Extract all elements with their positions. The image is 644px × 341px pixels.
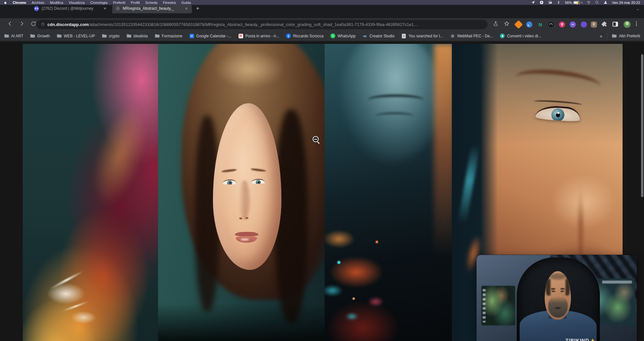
presenter-hair-side <box>546 279 551 295</box>
dark-circle-extension-icon[interactable]: ◠ <box>548 21 554 28</box>
new-tab-button[interactable]: + <box>196 6 199 11</box>
bookmark-facebook-profile[interactable]: f Riccardo Scrocca <box>286 33 324 39</box>
apple-menu-icon[interactable] <box>4 1 7 5</box>
user-switch-icon[interactable] <box>603 0 608 5</box>
url-domain: cdn.discordapp.com <box>47 22 89 27</box>
menu-bar-clock[interactable]: Ven 24 mar 20:22 <box>612 1 640 5</box>
side-panel-icon[interactable] <box>613 22 618 27</box>
tab-discord[interactable]: (2762) Discord | @Midjourney ✕ <box>31 4 110 13</box>
menu-finestra[interactable]: Finestra <box>163 1 176 5</box>
white-paint-streak <box>49 270 84 290</box>
menu-profili[interactable]: Profili <box>131 1 140 5</box>
eyelid-arc <box>376 112 414 120</box>
menu-scheda[interactable]: Scheda <box>145 1 157 5</box>
back-button[interactable] <box>7 21 13 28</box>
tab-image-title: MRregista_Abstract_beauty._ <box>123 6 182 11</box>
menu-visualizza[interactable]: Visualizza <box>69 1 85 5</box>
location-icon[interactable] <box>531 0 535 5</box>
tab-image-active[interactable]: MRregista_Abstract_beauty._ ✕ <box>112 4 192 13</box>
other-bookmarks-folder[interactable]: Altri Preferiti <box>612 33 640 39</box>
bookmark-label: Converti i video di... <box>507 34 541 38</box>
orange-rim-light <box>434 44 452 282</box>
forward-button[interactable] <box>19 21 25 28</box>
tab-search-chevron-icon[interactable]: ⌄ <box>636 6 639 11</box>
portrait-upper-lip <box>235 232 258 236</box>
webmail-icon: @ <box>450 34 455 38</box>
folder-icon <box>155 33 160 39</box>
bookmark-creator-studio[interactable]: ∞ Creator Studio <box>362 33 394 39</box>
blue-feather-extension-icon[interactable]: 〟 <box>526 21 532 28</box>
share-icon[interactable] <box>493 21 499 28</box>
menu-modifica[interactable]: Modifica <box>50 1 63 5</box>
bookmark-star-icon[interactable] <box>504 21 510 28</box>
lock-icon[interactable] <box>41 22 45 28</box>
menu-preferiti[interactable]: Preferiti <box>113 1 125 5</box>
bookmark-folder-idealista[interactable]: idealista <box>126 33 148 39</box>
video-converter-icon <box>500 33 505 38</box>
bookmark-label: Growth <box>37 34 50 38</box>
bookmark-video-converter[interactable]: Converti i video di... <box>500 33 541 39</box>
orange-bokeh-dot <box>353 297 355 300</box>
cheek-highlight <box>551 175 616 230</box>
wifi-icon[interactable] <box>587 0 591 5</box>
artwork-panel-abstract-fluid <box>23 44 158 341</box>
bookmark-whatsapp[interactable]: WhatsApp <box>330 33 355 39</box>
bookmark-folder-crypto[interactable]: crypto <box>102 33 120 39</box>
presenter-eyebrow <box>551 288 555 290</box>
webcam-overlay <box>477 255 637 341</box>
folder-icon <box>56 33 62 39</box>
bookmark-label: Google Calendar -... <box>196 34 231 38</box>
bookmark-folder-growth[interactable]: Growth <box>30 33 50 39</box>
tab-image-close-icon[interactable]: ✕ <box>184 6 189 11</box>
battery-indicator[interactable]: 56% ⚡ <box>565 1 582 5</box>
presenter-eye <box>560 290 564 292</box>
menu-archivio[interactable]: Archivio <box>32 1 44 5</box>
menu-chrome[interactable]: Chrome <box>13 1 26 5</box>
portrait-nose-shadow <box>239 181 250 220</box>
bookmark-google-calendar[interactable]: 31 Google Calendar -... <box>189 33 231 39</box>
globe-favicon <box>116 6 120 11</box>
screen: Chrome Archivio Modifica Visualizza Cron… <box>0 0 644 341</box>
bookmark-gmail-inbox[interactable]: M Posta in arrivo - ri... <box>238 33 279 39</box>
extensions-puzzle-icon[interactable] <box>601 21 607 29</box>
bookmark-label: crypto <box>109 34 120 38</box>
tab-discord-title: (2762) Discord | @Midjourney <box>42 6 100 11</box>
battery-percent-label: 56% <box>565 1 572 5</box>
spotlight-search-icon[interactable] <box>595 0 599 5</box>
screen-record-icon[interactable] <box>539 0 544 5</box>
reload-button[interactable] <box>31 21 36 28</box>
presenter-hair-top <box>550 273 566 279</box>
bookmarks-overflow-chevrons[interactable]: » <box>600 33 602 39</box>
page-scrollbar[interactable] <box>641 0 644 341</box>
profile-avatar[interactable] <box>623 20 631 28</box>
google-calendar-icon: 31 <box>190 34 194 38</box>
bookmark-folder-ai-art[interactable]: AI ART <box>4 33 23 39</box>
menu-guida[interactable]: Guida <box>181 1 191 5</box>
green-n-extension-icon[interactable]: N <box>537 21 543 28</box>
bookmark-label: WebMail PEC - De... <box>457 34 493 38</box>
display-mirroring-icon[interactable] <box>548 0 552 5</box>
folder-icon <box>30 33 35 39</box>
bluetooth-icon[interactable] <box>556 0 561 5</box>
menu-cronologia[interactable]: Cronologia <box>90 1 107 5</box>
pink-key-extension-icon[interactable]: ⚲ <box>559 21 565 28</box>
bookmark-you-searched[interactable]: You searched for I... <box>401 33 443 39</box>
scrollbar-thumb[interactable] <box>641 54 643 197</box>
bookmark-folder-formazione[interactable]: Formazione <box>155 33 182 39</box>
bookmark-folder-web-level-up[interactable]: WEB - LEVEL-UP <box>56 33 95 39</box>
grid-extension-icon[interactable]: ⠿ <box>591 21 597 28</box>
artwork-panel-woman-portrait <box>158 44 325 341</box>
gmail-icon: M <box>239 34 243 38</box>
address-bar[interactable]: cdn.discordapp.com/attachments/101351233… <box>36 20 488 29</box>
background-monitor-left <box>481 286 515 325</box>
tab-discord-close-icon[interactable]: ✕ <box>103 6 107 11</box>
macos-menu-bar: Chrome Archivio Modifica Visualizza Cron… <box>0 0 644 5</box>
purple-octopus-extension-icon[interactable]: ᴖ <box>570 21 576 28</box>
orange-glow <box>82 99 157 212</box>
closeup-iris <box>551 108 565 122</box>
artwork-panel-dark-abstract <box>325 44 452 341</box>
purple-blob-extension-icon[interactable] <box>581 21 587 28</box>
meta-icon: ∞ <box>363 33 367 39</box>
chrome-menu-kebab-icon[interactable] <box>635 21 638 27</box>
bookmark-webmail-pec[interactable]: @ WebMail PEC - De... <box>450 33 493 39</box>
